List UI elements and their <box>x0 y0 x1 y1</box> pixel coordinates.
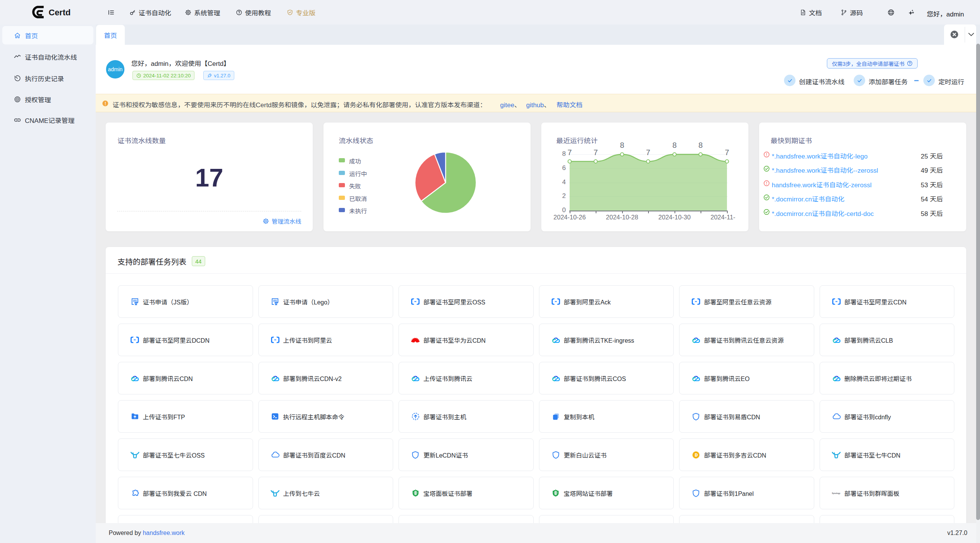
svg-text:Synology: Synology <box>832 492 840 494</box>
